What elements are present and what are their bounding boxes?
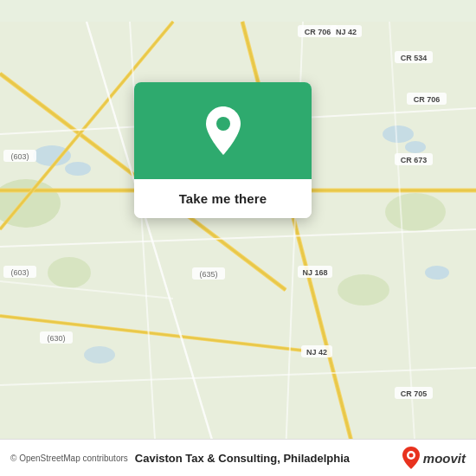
svg-text:CR 705: CR 705 [401, 389, 428, 398]
svg-point-5 [425, 266, 449, 280]
svg-text:(635): (635) [199, 270, 217, 279]
business-name: Caviston Tax & Consulting, Philadelphia [135, 452, 402, 465]
svg-point-8 [385, 193, 446, 231]
svg-point-9 [338, 274, 389, 306]
map-attribution: © OpenStreetMap contributors [10, 453, 128, 463]
map-container: CR 706 CR 706 CR 534 CR 673 CR 705 NJ 42… [0, 0, 476, 476]
take-me-there-button[interactable]: Take me there [134, 179, 312, 218]
moovit-pin-icon [402, 447, 421, 469]
bottom-bar: © OpenStreetMap contributors Caviston Ta… [0, 439, 476, 476]
popup-header [134, 82, 312, 179]
moovit-text: moovit [423, 451, 466, 466]
svg-text:NJ 42: NJ 42 [336, 28, 357, 36]
svg-text:(630): (630) [47, 334, 65, 343]
svg-text:NJ 42: NJ 42 [306, 348, 327, 357]
map-background: CR 706 CR 706 CR 534 CR 673 CR 705 NJ 42… [0, 0, 476, 476]
svg-point-53 [216, 117, 230, 131]
moovit-logo: moovit [402, 447, 466, 469]
svg-text:CR 706: CR 706 [305, 28, 331, 36]
svg-text:(603): (603) [10, 152, 29, 161]
svg-text:CR 706: CR 706 [414, 95, 441, 104]
svg-text:(603): (603) [10, 268, 29, 277]
svg-point-55 [408, 453, 413, 458]
svg-point-6 [84, 346, 115, 363]
svg-text:CR 673: CR 673 [401, 156, 428, 164]
popup-card: Take me there [134, 82, 312, 218]
svg-text:CR 534: CR 534 [401, 54, 428, 62]
svg-point-4 [405, 141, 426, 153]
svg-point-3 [383, 125, 414, 143]
svg-point-2 [65, 162, 91, 176]
svg-point-10 [48, 257, 91, 288]
svg-text:NJ 168: NJ 168 [302, 268, 327, 277]
location-pin-icon [200, 106, 247, 158]
